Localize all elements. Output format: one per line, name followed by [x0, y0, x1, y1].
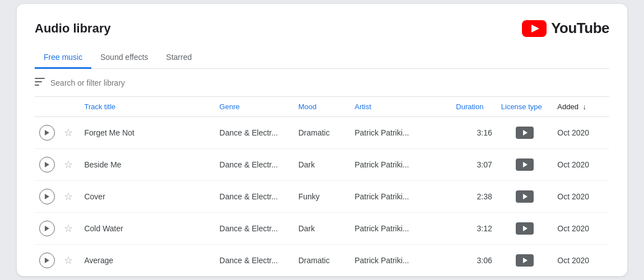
star-button-2[interactable]: ☆: [64, 190, 73, 203]
svg-marker-6: [45, 162, 49, 167]
youtube-icon: [522, 20, 547, 37]
play-button-3[interactable]: [39, 221, 55, 236]
col-header-artist[interactable]: Artist: [350, 97, 451, 117]
svg-marker-8: [45, 226, 49, 231]
play-cell-1: [35, 149, 59, 181]
artist-cell-2: Patrick Patriki...: [350, 181, 451, 213]
header-row: Audio library YouTube: [35, 20, 609, 37]
svg-marker-7: [45, 194, 49, 199]
duration-cell-1: 3:07: [451, 149, 496, 181]
genre-cell-2: Dance & Electr...: [215, 181, 294, 213]
page-title: Audio library: [35, 21, 111, 36]
col-header-added[interactable]: Added ↓: [553, 97, 609, 117]
mood-cell-0: Dramatic: [294, 117, 351, 149]
star-cell-3: ☆: [59, 213, 80, 245]
svg-rect-3: [35, 81, 42, 82]
col-header-star: [59, 97, 80, 117]
star-button-1[interactable]: ☆: [64, 158, 73, 171]
license-cell-3: [497, 213, 553, 245]
added-cell-1: Oct 2020: [553, 149, 609, 181]
added-cell-2: Oct 2020: [553, 181, 609, 213]
table-row: ☆ Cover Dance & Electr... Funky Patrick …: [35, 181, 609, 213]
play-button-0[interactable]: [39, 125, 55, 141]
license-cell-2: [497, 181, 553, 213]
mood-cell-2: Funky: [294, 181, 351, 213]
mood-cell-3: Dark: [294, 213, 351, 245]
play-button-1[interactable]: [39, 157, 55, 172]
tabs-container: Free music Sound effects Starred: [35, 47, 609, 69]
license-play-icon-4: [523, 258, 528, 263]
youtube-wordmark: YouTube: [551, 20, 609, 37]
play-cell-3: [35, 213, 59, 245]
tab-starred[interactable]: Starred: [157, 47, 201, 69]
license-button-2[interactable]: [516, 190, 534, 203]
table-row: ☆ Beside Me Dance & Electr... Dark Patri…: [35, 149, 609, 181]
license-play-icon-0: [523, 130, 528, 136]
col-header-genre[interactable]: Genre: [215, 97, 294, 117]
artist-cell-4: Patrick Patriki...: [350, 245, 451, 277]
mood-cell-4: Dramatic: [294, 245, 351, 277]
sort-arrow-added: ↓: [583, 102, 587, 111]
youtube-logo: YouTube: [522, 20, 609, 37]
search-bar: [35, 69, 609, 97]
genre-cell-3: Dance & Electr...: [215, 213, 294, 245]
track-title-cell-3: Cold Water: [80, 213, 214, 245]
genre-cell-4: Dance & Electr...: [215, 245, 294, 277]
license-button-0[interactable]: [516, 127, 534, 139]
play-cell-4: [35, 245, 59, 277]
license-button-1[interactable]: [516, 158, 534, 171]
license-cell-4: [497, 245, 553, 277]
audio-library-card: Audio library YouTube Free music Sound e…: [17, 4, 627, 276]
svg-rect-4: [35, 85, 39, 86]
genre-cell-1: Dance & Electr...: [215, 149, 294, 181]
star-cell-4: ☆: [59, 245, 80, 277]
star-cell-0: ☆: [59, 117, 80, 149]
track-title-cell-1: Beside Me: [80, 149, 214, 181]
star-button-3[interactable]: ☆: [64, 222, 73, 235]
license-play-icon-1: [523, 162, 528, 167]
license-button-4[interactable]: [516, 254, 534, 267]
col-header-duration[interactable]: Duration: [451, 97, 496, 117]
col-header-license[interactable]: License type: [497, 97, 553, 117]
license-button-3[interactable]: [516, 222, 534, 235]
track-title-cell-2: Cover: [80, 181, 214, 213]
table-row: ☆ Cold Water Dance & Electr... Dark Patr…: [35, 213, 609, 245]
star-button-4[interactable]: ☆: [64, 254, 73, 267]
play-cell-0: [35, 117, 59, 149]
table-body: ☆ Forget Me Not Dance & Electr... Dramat…: [35, 117, 609, 277]
track-title-cell-0: Forget Me Not: [80, 117, 214, 149]
col-header-title: Track title: [80, 97, 214, 117]
play-button-4[interactable]: [39, 253, 55, 268]
added-cell-4: Oct 2020: [553, 245, 609, 277]
artist-cell-0: Patrick Patriki...: [350, 117, 451, 149]
table-row: ☆ Average Dance & Electr... Dramatic Pat…: [35, 245, 609, 277]
mood-cell-1: Dark: [294, 149, 351, 181]
search-input[interactable]: [50, 78, 609, 87]
filter-icon[interactable]: [35, 77, 45, 88]
star-cell-2: ☆: [59, 181, 80, 213]
tab-free-music[interactable]: Free music: [35, 47, 91, 69]
license-play-icon-2: [523, 194, 528, 199]
star-button-0[interactable]: ☆: [64, 127, 73, 139]
tab-sound-effects[interactable]: Sound effects: [91, 47, 157, 69]
track-title-cell-4: Average: [80, 245, 214, 277]
col-header-play: [35, 97, 59, 117]
svg-marker-9: [45, 258, 49, 263]
license-cell-1: [497, 149, 553, 181]
genre-cell-0: Dance & Electr...: [215, 117, 294, 149]
play-button-2[interactable]: [39, 189, 55, 204]
license-play-icon-3: [523, 226, 528, 231]
duration-cell-2: 2:38: [451, 181, 496, 213]
added-cell-3: Oct 2020: [553, 213, 609, 245]
col-header-mood[interactable]: Mood: [294, 97, 351, 117]
artist-cell-1: Patrick Patriki...: [350, 149, 451, 181]
added-cell-0: Oct 2020: [553, 117, 609, 149]
svg-rect-2: [35, 78, 45, 79]
license-cell-0: [497, 117, 553, 149]
svg-marker-5: [45, 130, 49, 136]
duration-cell-3: 3:12: [451, 213, 496, 245]
star-cell-1: ☆: [59, 149, 80, 181]
table-header-row: Track title Genre Mood Artist Duration L…: [35, 97, 609, 117]
tracks-table: Track title Genre Mood Artist Duration L…: [35, 97, 609, 276]
table-row: ☆ Forget Me Not Dance & Electr... Dramat…: [35, 117, 609, 149]
